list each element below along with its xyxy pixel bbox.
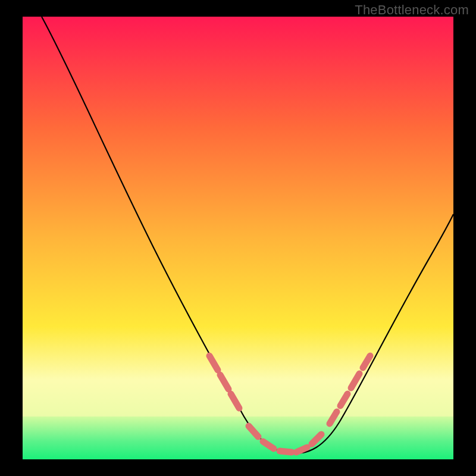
bottleneck-chart: TheBottleneck.com [0,0,476,476]
watermark: TheBottleneck.com [355,2,469,18]
chart-svg [0,0,476,476]
